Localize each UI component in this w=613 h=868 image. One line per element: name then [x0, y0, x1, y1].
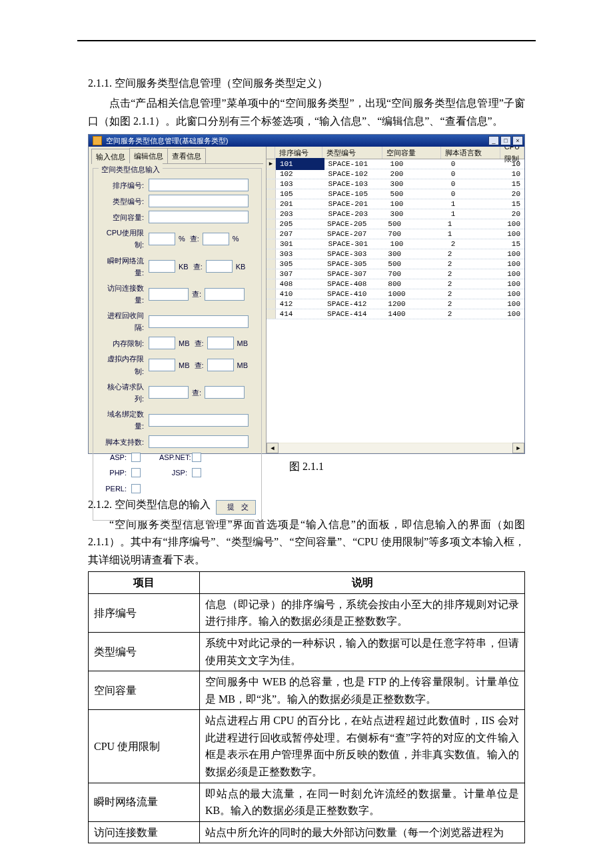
input-space-cap[interactable] — [149, 211, 249, 223]
input-vmem-limit-view[interactable] — [207, 359, 234, 371]
input-net-flow-view[interactable] — [206, 260, 233, 273]
cell-val: 信息（即记录）的排序编号，系统会按由小至大的排序规则对记录进行排序。输入的数据必… — [200, 593, 525, 632]
label-dom-bind: 域名绑定数量: — [99, 408, 147, 432]
checkbox-perl[interactable] — [131, 484, 141, 493]
checkbox-php[interactable] — [131, 468, 141, 477]
close-button[interactable]: × — [512, 136, 523, 145]
label-cha-1: 查: — [189, 233, 201, 245]
input-proc-int[interactable] — [149, 315, 249, 328]
window-title: 空间服务类型信息管理(基础服务类型) — [105, 135, 488, 147]
table-row: 访问连接数量站点中所允许的同时的最大外部访问数量（每一个浏览器进程为 — [89, 821, 525, 843]
col-script-cnt[interactable]: 脚本语言数 — [441, 147, 500, 159]
label-cha-3: 查: — [191, 288, 203, 300]
window-titlebar: 空间服务类型信息管理(基础服务类型) _ □ × — [89, 135, 524, 147]
input-kreq-q-view[interactable] — [205, 386, 245, 399]
grid-panel: 排序编号 类型编号 空间容量 脚本语言数 CPU限制 ▶101SPACE-101… — [267, 147, 524, 453]
label-aspnet: ASP.NET: — [159, 451, 190, 463]
label-cha-4: 查: — [193, 337, 205, 349]
label-mem-limit: 内存限制: — [99, 337, 147, 349]
tab-input-info[interactable]: 输入信息 — [91, 149, 130, 164]
unit-mb-4: MB — [236, 359, 250, 371]
unit-mb-3: MB — [177, 359, 191, 371]
checkbox-aspnet[interactable] — [192, 453, 201, 462]
grid-body: ▶101SPACE-101100010102SPACE-102200010103… — [267, 159, 524, 319]
label-conn-cnt: 访问连接数量: — [99, 282, 147, 306]
label-sort-no: 排序编号: — [99, 179, 147, 191]
group-input: 空间类型信息输入 排序编号: 类型编号: 空间容量: CPU使用限制: % 查:… — [93, 168, 262, 520]
input-cpu-limit[interactable] — [149, 233, 175, 245]
top-rule — [77, 40, 536, 41]
label-type-no: 类型编号: — [99, 195, 147, 207]
table-row: CPU 使用限制站点进程占用 CPU 的百分比，在站点进程超过此数值时，IIS … — [89, 710, 525, 783]
cell-key: CPU 使用限制 — [89, 710, 200, 783]
cell-val: 站点中所允许的同时的最大外部访问数量（每一个浏览器进程为 — [200, 821, 525, 843]
label-kreq-q: 核心请求队列: — [99, 381, 147, 405]
label-net-flow: 瞬时网络流量: — [99, 255, 147, 279]
label-php: PHP: — [99, 467, 129, 479]
app-icon — [93, 136, 102, 145]
label-cha-5: 查: — [193, 359, 205, 371]
unit-mb-2: MB — [236, 337, 250, 349]
input-cpu-limit-view[interactable] — [203, 233, 229, 245]
label-asp: ASP: — [99, 451, 129, 463]
input-mem-limit-view[interactable] — [207, 337, 234, 349]
cell-key: 访问连接数量 — [89, 821, 200, 843]
label-proc-int: 进程回收间隔: — [99, 309, 147, 333]
field-desc-table: 项目 说明 排序编号信息（即记录）的排序编号，系统会按由小至大的排序规则对记录进… — [88, 571, 525, 843]
unit-mb: MB — [177, 337, 191, 349]
group-title: 空间类型信息输入 — [99, 163, 163, 175]
label-script-cnt: 脚本支持数: — [99, 436, 147, 448]
submit-button[interactable]: 提交 — [216, 500, 256, 515]
cell-val: 系统中对此记录的一种标识，输入的数据可以是任意字符串，但请使用英文文字为佳。 — [200, 632, 525, 671]
unit-pct: % — [177, 233, 187, 245]
cell-key: 排序编号 — [89, 593, 200, 632]
input-mem-limit[interactable] — [149, 337, 175, 349]
left-panel: 输入信息 编辑信息 查看信息 空间类型信息输入 排序编号: 类型编号: 空间容量… — [89, 147, 267, 453]
label-jsp: JSP: — [159, 467, 190, 479]
table-row: 瞬时网络流量即站点的最大流量，在同一时刻允许流经的数据量。计量单位是 KB。输入… — [89, 783, 525, 821]
label-cpu-limit: CPU使用限制: — [99, 227, 147, 251]
input-vmem-limit[interactable] — [149, 359, 175, 371]
section-212-para: “空间服务类型信息管理”界面首选项是“输入信息”的面板，即信息输入的界面（如图 … — [88, 516, 525, 569]
grid-row[interactable]: 414SPACE-41414002100 — [267, 309, 524, 319]
input-sort-no[interactable] — [149, 179, 249, 191]
table-row: 类型编号系统中对此记录的一种标识，输入的数据可以是任意字符串，但请使用英文文字为… — [89, 632, 525, 671]
section-211-number: 2.1.1. — [88, 77, 112, 89]
tab-view-info[interactable]: 查看信息 — [167, 148, 206, 163]
input-net-flow[interactable] — [149, 260, 175, 273]
cell-val: 站点进程占用 CPU 的百分比，在站点进程超过此数值时，IIS 会对此进程进行回… — [200, 710, 525, 783]
window-space-type: 空间服务类型信息管理(基础服务类型) _ □ × 输入信息 编辑信息 查看信息 — [88, 134, 525, 454]
input-dom-bind[interactable] — [149, 414, 249, 427]
label-cha-6: 查: — [191, 387, 203, 399]
cell-key: 空间容量 — [89, 671, 200, 710]
section-211-heading: 2.1.1. 空间服务类型信息管理（空间服务类型定义） — [88, 75, 525, 92]
unit-pct-2: % — [231, 233, 241, 245]
label-cha-2: 查: — [192, 261, 204, 273]
cell-val: 即站点的最大流量，在同一时刻允许流经的数据量。计量单位是 KB。输入的数据必须是… — [200, 783, 525, 821]
th-desc: 说明 — [200, 572, 525, 594]
input-script-cnt[interactable] — [149, 435, 249, 448]
section-211-title: 空间服务类型信息管理（空间服务类型定义） — [115, 77, 328, 89]
horizontal-scrollbar[interactable]: ◄ ► — [267, 443, 524, 453]
scroll-right-icon[interactable]: ► — [512, 443, 524, 453]
col-space-cap[interactable]: 空间容量 — [382, 147, 441, 159]
input-conn-cnt-view[interactable] — [205, 288, 245, 301]
table-row: 空间容量空间服务中 WEB 的总容量，也是 FTP 的上传容量限制。计量单位是 … — [89, 671, 525, 710]
minimize-button[interactable]: _ — [488, 136, 499, 145]
checkbox-jsp[interactable] — [192, 468, 201, 477]
label-perl: PERL: — [99, 483, 129, 495]
col-type-no[interactable]: 类型编号 — [322, 147, 382, 159]
section-211-para: 点击“产品相关信息管理”菜单项中的“空间服务类型”，出现“空间服务类型信息管理”… — [88, 95, 525, 130]
col-sort-no[interactable]: 排序编号 — [275, 147, 322, 159]
col-cpu-limit[interactable]: CPU限制 — [500, 147, 524, 159]
checkbox-asp[interactable] — [131, 453, 141, 462]
maximize-button[interactable]: □ — [500, 136, 511, 145]
th-item: 项目 — [89, 572, 200, 594]
input-kreq-q[interactable] — [149, 386, 189, 399]
input-conn-cnt[interactable] — [149, 288, 189, 301]
label-space-cap: 空间容量: — [99, 211, 147, 223]
tab-edit-info[interactable]: 编辑信息 — [129, 148, 168, 163]
scroll-left-icon[interactable]: ◄ — [267, 443, 279, 453]
input-type-no[interactable] — [149, 195, 249, 207]
table-row: 排序编号信息（即记录）的排序编号，系统会按由小至大的排序规则对记录进行排序。输入… — [89, 593, 525, 632]
